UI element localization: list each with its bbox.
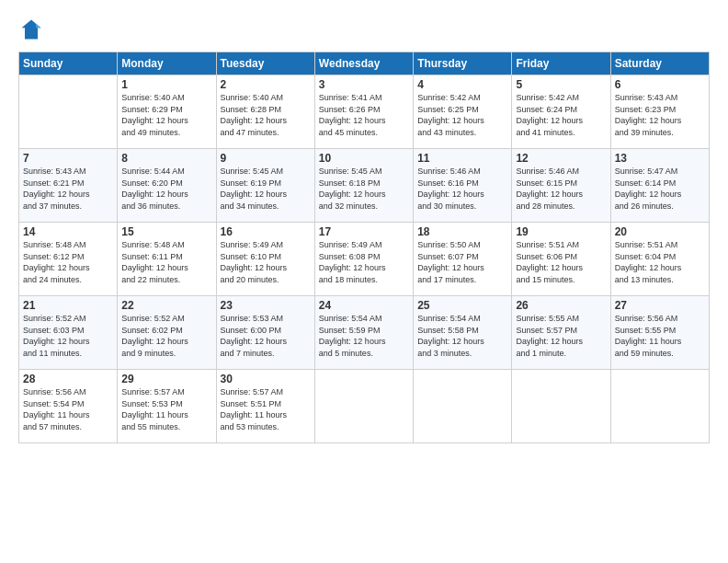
day-detail: Sunrise: 5:52 AMSunset: 6:03 PMDaylight:… (23, 313, 113, 359)
day-number: 13 (615, 152, 705, 165)
day-detail: Sunrise: 5:54 AMSunset: 5:59 PMDaylight:… (319, 313, 409, 359)
calendar-cell: 22Sunrise: 5:52 AMSunset: 6:02 PMDayligh… (118, 296, 216, 370)
day-number: 7 (23, 152, 113, 165)
calendar-cell (610, 370, 709, 443)
weekday-header-row: SundayMondayTuesdayWednesdayThursdayFrid… (19, 52, 710, 75)
day-number: 18 (417, 225, 507, 238)
calendar-week-row: 28Sunrise: 5:56 AMSunset: 5:54 PMDayligh… (19, 370, 710, 443)
day-number: 2 (221, 78, 311, 91)
calendar-cell: 2Sunrise: 5:40 AMSunset: 6:28 PMDaylight… (216, 75, 314, 149)
logo (18, 17, 48, 42)
calendar-cell: 23Sunrise: 5:53 AMSunset: 6:00 PMDayligh… (216, 296, 314, 370)
calendar-cell (414, 370, 512, 443)
day-detail: Sunrise: 5:44 AMSunset: 6:20 PMDaylight:… (121, 166, 211, 212)
calendar-cell: 13Sunrise: 5:47 AMSunset: 6:14 PMDayligh… (610, 149, 709, 223)
day-detail: Sunrise: 5:42 AMSunset: 6:25 PMDaylight:… (417, 92, 507, 138)
weekday-header: Tuesday (216, 52, 314, 75)
day-detail: Sunrise: 5:56 AMSunset: 5:54 PMDaylight:… (23, 386, 113, 432)
calendar-cell: 24Sunrise: 5:54 AMSunset: 5:59 PMDayligh… (314, 296, 413, 370)
calendar-week-row: 21Sunrise: 5:52 AMSunset: 6:03 PMDayligh… (19, 296, 710, 370)
day-number: 15 (121, 225, 211, 238)
calendar-cell: 21Sunrise: 5:52 AMSunset: 6:03 PMDayligh… (19, 296, 118, 370)
page: SundayMondayTuesdayWednesdayThursdayFrid… (0, 0, 728, 563)
day-detail: Sunrise: 5:46 AMSunset: 6:15 PMDaylight:… (516, 166, 606, 212)
calendar-cell: 11Sunrise: 5:46 AMSunset: 6:16 PMDayligh… (414, 149, 512, 223)
calendar-cell: 28Sunrise: 5:56 AMSunset: 5:54 PMDayligh… (19, 370, 118, 443)
calendar-cell: 4Sunrise: 5:42 AMSunset: 6:25 PMDaylight… (414, 75, 512, 149)
day-number: 20 (615, 225, 705, 238)
calendar-cell: 29Sunrise: 5:57 AMSunset: 5:53 PMDayligh… (118, 370, 216, 443)
calendar-cell: 14Sunrise: 5:48 AMSunset: 6:12 PMDayligh… (19, 223, 118, 296)
day-detail: Sunrise: 5:45 AMSunset: 6:19 PMDaylight:… (221, 166, 311, 212)
day-number: 1 (121, 78, 211, 91)
calendar-cell: 9Sunrise: 5:45 AMSunset: 6:19 PMDaylight… (216, 149, 314, 223)
weekday-header: Wednesday (314, 52, 413, 75)
weekday-header: Thursday (414, 52, 512, 75)
day-number: 14 (23, 225, 113, 238)
day-detail: Sunrise: 5:41 AMSunset: 6:26 PMDaylight:… (319, 92, 409, 138)
weekday-header: Friday (512, 52, 610, 75)
calendar-week-row: 14Sunrise: 5:48 AMSunset: 6:12 PMDayligh… (19, 223, 710, 296)
calendar-cell (512, 370, 610, 443)
day-detail: Sunrise: 5:43 AMSunset: 6:21 PMDaylight:… (23, 166, 113, 212)
calendar-cell: 10Sunrise: 5:45 AMSunset: 6:18 PMDayligh… (314, 149, 413, 223)
day-detail: Sunrise: 5:47 AMSunset: 6:14 PMDaylight:… (615, 166, 705, 212)
day-number: 22 (121, 299, 211, 312)
svg-marker-0 (22, 20, 41, 40)
day-detail: Sunrise: 5:57 AMSunset: 5:53 PMDaylight:… (121, 386, 211, 432)
calendar-cell: 18Sunrise: 5:50 AMSunset: 6:07 PMDayligh… (414, 223, 512, 296)
day-detail: Sunrise: 5:56 AMSunset: 5:55 PMDaylight:… (615, 313, 705, 359)
calendar-cell: 26Sunrise: 5:55 AMSunset: 5:57 PMDayligh… (512, 296, 610, 370)
day-number: 5 (516, 78, 606, 91)
day-detail: Sunrise: 5:45 AMSunset: 6:18 PMDaylight:… (319, 166, 409, 212)
day-detail: Sunrise: 5:52 AMSunset: 6:02 PMDaylight:… (121, 313, 211, 359)
calendar-cell: 3Sunrise: 5:41 AMSunset: 6:26 PMDaylight… (314, 75, 413, 149)
day-number: 6 (615, 78, 705, 91)
calendar-cell: 25Sunrise: 5:54 AMSunset: 5:58 PMDayligh… (414, 296, 512, 370)
day-number: 29 (121, 373, 211, 385)
day-detail: Sunrise: 5:48 AMSunset: 6:11 PMDaylight:… (121, 239, 211, 285)
day-detail: Sunrise: 5:57 AMSunset: 5:51 PMDaylight:… (221, 386, 311, 432)
day-number: 10 (319, 152, 409, 165)
calendar-week-row: 7Sunrise: 5:43 AMSunset: 6:21 PMDaylight… (19, 149, 710, 223)
calendar-cell: 15Sunrise: 5:48 AMSunset: 6:11 PMDayligh… (118, 223, 216, 296)
calendar-cell: 20Sunrise: 5:51 AMSunset: 6:04 PMDayligh… (610, 223, 709, 296)
calendar-cell: 17Sunrise: 5:49 AMSunset: 6:08 PMDayligh… (314, 223, 413, 296)
day-number: 3 (319, 78, 409, 91)
calendar-cell: 30Sunrise: 5:57 AMSunset: 5:51 PMDayligh… (216, 370, 314, 443)
day-detail: Sunrise: 5:51 AMSunset: 6:04 PMDaylight:… (615, 239, 705, 285)
calendar: SundayMondayTuesdayWednesdayThursdayFrid… (18, 52, 710, 443)
day-detail: Sunrise: 5:55 AMSunset: 5:57 PMDaylight:… (516, 313, 606, 359)
calendar-cell: 8Sunrise: 5:44 AMSunset: 6:20 PMDaylight… (118, 149, 216, 223)
day-number: 12 (516, 152, 606, 165)
weekday-header: Sunday (19, 52, 118, 75)
day-detail: Sunrise: 5:51 AMSunset: 6:06 PMDaylight:… (516, 239, 606, 285)
day-detail: Sunrise: 5:43 AMSunset: 6:23 PMDaylight:… (615, 92, 705, 138)
day-number: 21 (23, 299, 113, 312)
day-number: 19 (516, 225, 606, 238)
weekday-header: Monday (118, 52, 216, 75)
day-detail: Sunrise: 5:49 AMSunset: 6:10 PMDaylight:… (221, 239, 311, 285)
calendar-cell: 7Sunrise: 5:43 AMSunset: 6:21 PMDaylight… (19, 149, 118, 223)
weekday-header: Saturday (610, 52, 709, 75)
day-detail: Sunrise: 5:54 AMSunset: 5:58 PMDaylight:… (417, 313, 507, 359)
day-number: 25 (417, 299, 507, 312)
day-number: 9 (221, 152, 311, 165)
day-detail: Sunrise: 5:49 AMSunset: 6:08 PMDaylight:… (319, 239, 409, 285)
day-detail: Sunrise: 5:46 AMSunset: 6:16 PMDaylight:… (417, 166, 507, 212)
day-detail: Sunrise: 5:40 AMSunset: 6:28 PMDaylight:… (221, 92, 311, 138)
day-detail: Sunrise: 5:48 AMSunset: 6:12 PMDaylight:… (23, 239, 113, 285)
calendar-cell (314, 370, 413, 443)
day-number: 11 (417, 152, 507, 165)
calendar-cell: 19Sunrise: 5:51 AMSunset: 6:06 PMDayligh… (512, 223, 610, 296)
day-number: 26 (516, 299, 606, 312)
day-number: 4 (417, 78, 507, 91)
calendar-cell: 12Sunrise: 5:46 AMSunset: 6:15 PMDayligh… (512, 149, 610, 223)
day-detail: Sunrise: 5:53 AMSunset: 6:00 PMDaylight:… (221, 313, 311, 359)
day-number: 16 (221, 225, 311, 238)
calendar-week-row: 1Sunrise: 5:40 AMSunset: 6:29 PMDaylight… (19, 75, 710, 149)
header (18, 17, 710, 42)
day-number: 24 (319, 299, 409, 312)
calendar-cell: 16Sunrise: 5:49 AMSunset: 6:10 PMDayligh… (216, 223, 314, 296)
day-number: 8 (121, 152, 211, 165)
